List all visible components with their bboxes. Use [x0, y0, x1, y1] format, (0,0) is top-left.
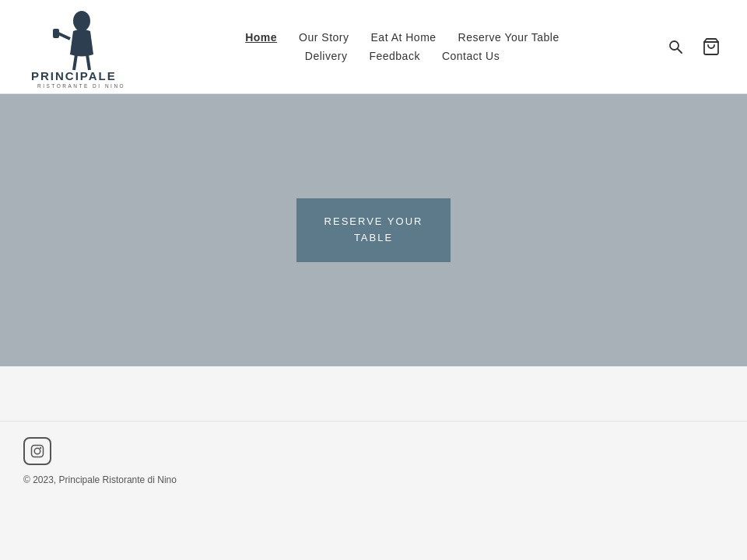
svg-line-4 [87, 54, 89, 70]
main-nav: Home Our Story Eat At Home Reserve Your … [140, 16, 665, 78]
svg-point-12 [40, 447, 41, 449]
svg-text:RISTORANTE DI NINO: RISTORANTE DI NINO [37, 83, 125, 89]
nav-link-eat-at-home[interactable]: Eat At Home [371, 31, 437, 44]
social-links [23, 437, 724, 465]
hero-cta-line1: RESERVE YOUR [324, 215, 423, 227]
svg-point-7 [670, 41, 679, 50]
svg-line-1 [58, 33, 70, 39]
svg-line-8 [678, 49, 682, 53]
svg-point-11 [34, 448, 40, 454]
hero-section: RESERVE YOUR TABLE [0, 94, 747, 366]
cart-button[interactable] [699, 34, 724, 59]
nav-link-contact-us[interactable]: Contact Us [442, 50, 500, 62]
instagram-icon [30, 444, 44, 458]
search-button[interactable] [665, 36, 686, 58]
svg-point-0 [73, 11, 90, 31]
nav-link-our-story[interactable]: Our Story [299, 31, 349, 44]
svg-text:PRINCIPALE: PRINCIPALE [31, 69, 117, 82]
search-icon [668, 39, 683, 54]
svg-line-3 [74, 54, 76, 70]
header-icons [665, 34, 724, 59]
reserve-table-cta-button[interactable]: RESERVE YOUR TABLE [296, 198, 451, 262]
copyright-text: © 2023, Principale Ristorante di Nino [23, 474, 724, 485]
instagram-link[interactable] [23, 437, 51, 465]
nav-link-reserve-table[interactable]: Reserve Your Table [458, 31, 559, 44]
nav-link-feedback[interactable]: Feedback [369, 50, 419, 62]
content-spacer [0, 366, 747, 421]
svg-rect-2 [53, 29, 59, 38]
hero-cta-line2: TABLE [354, 232, 393, 243]
logo[interactable]: PRINCIPALE RISTORANTE DI NINO [23, 4, 140, 89]
nav-link-delivery[interactable]: Delivery [305, 50, 348, 62]
nav-link-home[interactable]: Home [245, 31, 277, 44]
site-footer: © 2023, Principale Ristorante di Nino [0, 421, 747, 509]
svg-rect-10 [32, 446, 44, 457]
nav-row-1: Home Our Story Eat At Home Reserve Your … [245, 31, 559, 44]
site-header: PRINCIPALE RISTORANTE DI NINO Home Our S… [0, 0, 747, 94]
nav-row-2: Delivery Feedback Contact Us [305, 50, 500, 62]
logo-svg: PRINCIPALE RISTORANTE DI NINO [23, 4, 140, 89]
cart-icon [702, 37, 721, 56]
